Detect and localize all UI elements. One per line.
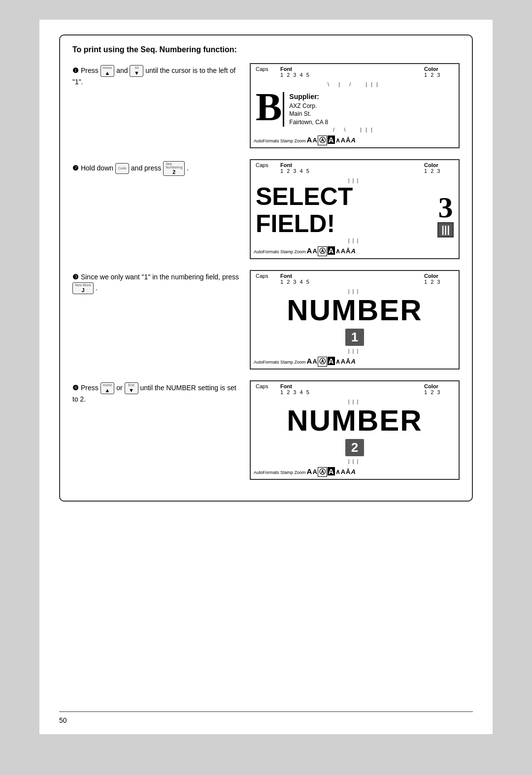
font-nums-16: 1 2 3 4 5 — [280, 72, 424, 78]
dots-bottom-19: ||| — [348, 458, 362, 464]
key-home-top-label: Home — [103, 66, 112, 70]
step-16-number: ❶ — [72, 67, 79, 74]
display-nums-17: 1 2 3 4 5 1 2 3 — [254, 168, 456, 174]
select-field-text: SELECT FIELD! — [256, 183, 433, 237]
display-panel-19: Caps Font Color 1 2 3 4 5 1 2 3 ||| NUMB… — [250, 380, 460, 480]
step-18-row: ❸ Since we only want "1" in the numberin… — [72, 270, 460, 370]
display-footer-19: AutoFormats Stamp Zoom A A Ⓐ A ∧ A Ā A — [254, 467, 456, 477]
footer-label-19: AutoFormats Stamp Zoom — [254, 470, 306, 475]
supplier-info: Supplier: AXZ Corp. Main St. Fairtown, C… — [289, 92, 328, 127]
font-nums-18: 1 2 3 4 5 — [280, 279, 424, 285]
key-home-up-19[interactable]: Home ▲ — [100, 382, 115, 394]
step-16-text-before: Press — [81, 67, 99, 74]
footer-label-16: AutoFormats Stamp Zoom — [254, 138, 306, 143]
display-footer-17: AutoFormats Stamp Zoom A A Ⓐ A ∧ A Ā A — [254, 246, 456, 256]
step-17-end: . — [187, 164, 189, 172]
step-19-display: Caps Font Color 1 2 3 4 5 1 2 3 ||| NUMB… — [250, 380, 460, 480]
color-label-19: Color — [424, 383, 454, 389]
display-header-17: Caps Font Color — [254, 162, 456, 168]
number-value-19: 2 — [345, 439, 364, 456]
number-3-block: 3 ||| — [437, 193, 454, 237]
main-title: To print using the Seq. Numbering functi… — [72, 45, 460, 54]
key-seq-2[interactable]: SeqNumbering 2 — [163, 161, 185, 176]
footer-chars-17: A A Ⓐ A ∧ A Ā A — [307, 246, 356, 256]
key-j-icon: J — [81, 287, 84, 293]
step-18-instruction: ❸ Since we only want "1" in the numberin… — [72, 270, 240, 294]
color-nums-16: 1 2 3 — [424, 72, 454, 78]
display-content-19: ||| NUMBER 2 ||| — [254, 397, 456, 466]
color-nums-19: 1 2 3 — [424, 389, 454, 395]
step-19-text-or: or — [116, 384, 124, 392]
font-label-19: Font — [280, 383, 424, 389]
color-label-17: Color — [424, 162, 454, 168]
main-content-box: To print using the Seq. Numbering functi… — [59, 34, 473, 502]
key-44-down[interactable]: 44 ▼ — [130, 65, 143, 77]
supplier-city: Fairtown, CA 8 — [289, 118, 328, 127]
key-home-icon-19: ▲ — [104, 387, 110, 393]
dots-bottom-17: ||| — [348, 237, 362, 243]
display-content-17: ||| SELECT FIELD! 3 ||| ||| — [254, 175, 456, 245]
caps-label-17: Caps — [256, 162, 280, 168]
key-seq-icon: 2 — [172, 169, 175, 175]
display-nums-18: 1 2 3 4 5 1 2 3 — [254, 279, 456, 285]
supplier-company: AXZ Corp. — [289, 102, 328, 110]
number-word-19: NUMBER — [287, 404, 422, 437]
key-home-top-19: Home — [103, 383, 112, 387]
caps-label-16: Caps — [256, 66, 280, 72]
key-end-top-19: End — [128, 383, 134, 387]
display-panel-17: Caps Font Color 1 2 3 4 5 1 2 3 ||| SEL — [250, 159, 460, 259]
step-18-number: ❸ — [72, 273, 79, 281]
step-19-instruction: ❹ Press Home ▲ or End ▼ until the NUMBER… — [72, 380, 240, 404]
footer-label-18: AutoFormats Stamp Zoom — [254, 360, 306, 365]
step-19-number: ❹ — [72, 384, 79, 392]
footer-chars-18: A A Ⓐ A ∧ A Ā A — [307, 357, 356, 367]
step-17-text2: and press — [131, 164, 163, 172]
key-code[interactable]: Code — [115, 163, 129, 174]
key-seq-top-label: SeqNumbering — [166, 162, 182, 169]
key-end-icon-19: ▼ — [129, 387, 134, 393]
key-home-up[interactable]: Home ▲ — [100, 65, 115, 77]
footer-chars-19: A A Ⓐ A ∧ A Ā A — [307, 467, 356, 477]
key-44-top-label: 44 — [135, 66, 139, 70]
dots-bottom-18: ||| — [348, 348, 362, 354]
number-word-18: NUMBER — [287, 294, 422, 327]
step-18-display: Caps Font Color 1 2 3 4 5 1 2 3 ||| NUMB… — [250, 270, 460, 370]
step-16-text-mid: and — [116, 67, 128, 74]
display-header-19: Caps Font Color — [254, 383, 456, 389]
display-nums-19: 1 2 3 4 5 1 2 3 — [254, 389, 456, 395]
footer-chars-16: A A Ⓐ A ∧ A Ā A — [307, 135, 356, 145]
supplier-label: Supplier: — [289, 92, 328, 102]
display-content-18: ||| NUMBER 1 ||| — [254, 286, 456, 356]
step-17-text: Hold down — [81, 164, 115, 172]
supplier-street: Main St. — [289, 110, 328, 118]
step-17-number: ❼ — [72, 164, 79, 172]
key-end-down-19[interactable]: End ▼ — [125, 382, 138, 394]
step-19-row: ❹ Press Home ▲ or End ▼ until the NUMBER… — [72, 380, 460, 480]
step-19-text-before: Press — [81, 384, 100, 392]
font-label-17: Font — [280, 162, 424, 168]
display-panel-18: Caps Font Color 1 2 3 4 5 1 2 3 ||| NUMB… — [250, 270, 460, 370]
step-16-instruction: ❶ Press Home ▲ and 44 ▼ until the cursor… — [72, 63, 240, 87]
font-nums-17: 1 2 3 4 5 — [280, 168, 424, 174]
font-nums-19: 1 2 3 4 5 — [280, 389, 424, 395]
number-value-18: 1 — [345, 329, 364, 346]
font-label-16: Font — [280, 66, 424, 72]
footer-label-17: AutoFormats Stamp Zoom — [254, 249, 306, 254]
step-18-end: . — [96, 284, 98, 292]
display-footer-18: AutoFormats Stamp Zoom A A Ⓐ A ∧ A Ā A — [254, 357, 456, 367]
key-home-icon: ▲ — [104, 70, 110, 76]
color-label-18: Color — [424, 273, 454, 279]
page: To print using the Seq. Numbering functi… — [39, 20, 493, 734]
color-nums-18: 1 2 3 — [424, 279, 454, 285]
font-label-18: Font — [280, 273, 424, 279]
key-newblock-j[interactable]: New Block J — [72, 282, 94, 294]
color-label-16: Color — [424, 66, 454, 72]
key-44-icon: ▼ — [134, 70, 139, 76]
step-16-row: ❶ Press Home ▲ and 44 ▼ until the cursor… — [72, 63, 460, 148]
display-header-18: Caps Font Color — [254, 273, 456, 279]
big-b-char: B — [256, 87, 282, 127]
dots-bottom-16: / \ ||| — [333, 127, 376, 133]
display-footer-16: AutoFormats Stamp Zoom A A Ⓐ A ∧ A Ā A — [254, 135, 456, 145]
key-code-top-label: Code — [118, 167, 127, 170]
step-17-instruction: ❼ Hold down Code and press SeqNumbering … — [72, 159, 240, 176]
